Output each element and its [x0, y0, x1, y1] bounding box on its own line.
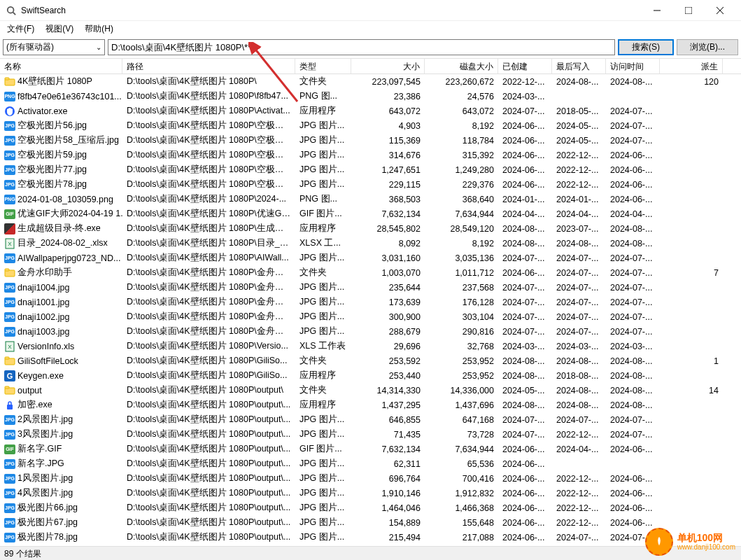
- col-path[interactable]: 路径: [122, 59, 295, 74]
- col-type[interactable]: 类型: [295, 59, 351, 74]
- table-row[interactable]: XVersionInfo.xlsD:\tools\桌面\4K壁纸图片 1080P…: [0, 339, 741, 354]
- table-row[interactable]: GiliSoftFileLockD:\tools\桌面\4K壁纸图片 1080P…: [0, 354, 741, 368]
- file-size: 23,386: [351, 92, 425, 102]
- file-created: 2024-07-...: [498, 298, 552, 307]
- path-input[interactable]: [108, 39, 615, 55]
- table-row[interactable]: GKeygen.exeD:\tools\桌面\4K壁纸图片 1080P\Gili…: [0, 368, 741, 383]
- file-disksize: 73,728: [425, 430, 498, 440]
- file-accessed: 2024-08-...: [606, 400, 660, 410]
- file-type: 文件夹: [295, 76, 351, 88]
- file-path: D:\tools\桌面\4K壁纸图片 1080P\output\...: [122, 517, 295, 528]
- list-body[interactable]: 4K壁纸图片 1080PD:\tools\桌面\4K壁纸图片 1080P\文件夹…: [0, 74, 741, 546]
- maximize-button[interactable]: [672, 0, 704, 21]
- table-row[interactable]: JPGdnaji1002.jpgD:\tools\桌面\4K壁纸图片 1080P…: [0, 309, 741, 324]
- file-disksize: 217,088: [425, 533, 498, 542]
- file-type: JPG 图片...: [295, 428, 351, 440]
- col-created[interactable]: 已创建: [498, 59, 552, 74]
- file-accessed: 2024-07-...: [606, 430, 660, 440]
- table-row[interactable]: JPG1风景图片.jpgD:\tools\桌面\4K壁纸图片 1080P\out…: [0, 471, 741, 486]
- table-row[interactable]: 4K壁纸图片 1080PD:\tools\桌面\4K壁纸图片 1080P\文件夹…: [0, 74, 741, 89]
- file-icon: X: [4, 341, 15, 352]
- file-size: 1,437,295: [351, 400, 425, 410]
- table-row[interactable]: outputD:\tools\桌面\4K壁纸图片 1080P\output\文件…: [0, 383, 741, 398]
- col-disksize[interactable]: 磁盘大小: [425, 59, 498, 74]
- drive-select[interactable]: (所有驱动器) ⌄: [3, 39, 105, 55]
- menu-view[interactable]: 视图(V): [40, 22, 79, 36]
- file-name: 金舟水印助手: [17, 267, 72, 279]
- table-row[interactable]: GIF优速GIF大师2024-04-19 1...D:\tools\桌面\4K壁…: [0, 206, 741, 221]
- table-row[interactable]: PNG2024-01-08_103059.pngD:\tools\桌面\4K壁纸…: [0, 192, 741, 206]
- table-row[interactable]: Activator.exeD:\tools\桌面\4K壁纸图片 1080P\Ac…: [0, 104, 741, 118]
- table-row[interactable]: JPGAIWallpaperjpg0723_ND...D:\tools\桌面\4…: [0, 251, 741, 265]
- table-row[interactable]: JPG极光图片66.jpgD:\tools\桌面\4K壁纸图片 1080P\ou…: [0, 500, 741, 515]
- file-size: 314,676: [351, 150, 425, 160]
- table-row[interactable]: JPG空极光图片78.jpgD:\tools\桌面\4K壁纸图片 1080P\空…: [0, 177, 741, 192]
- file-accessed: 2024-08-...: [606, 239, 660, 248]
- file-path: D:\tools\桌面\4K壁纸图片 1080P\优速GI...: [122, 208, 295, 220]
- file-written: 2024-07-...: [552, 415, 606, 425]
- table-row[interactable]: JPG空极光图片59.jpgD:\tools\桌面\4K壁纸图片 1080P\空…: [0, 148, 741, 162]
- minimize-button[interactable]: [641, 0, 672, 21]
- file-name: f8fb47e0e61e36743c101...: [17, 92, 122, 102]
- menu-help[interactable]: 帮助(H): [79, 22, 119, 36]
- file-accessed: 2024-06-...: [606, 180, 660, 190]
- file-size: 14,314,330: [351, 386, 425, 396]
- file-type: JPG 图片...: [295, 134, 351, 146]
- table-row[interactable]: JPG极光图片67.jpgD:\tools\桌面\4K壁纸图片 1080P\ou…: [0, 515, 741, 530]
- file-name: output: [17, 386, 42, 396]
- file-size: 253,440: [351, 371, 425, 381]
- table-row[interactable]: PNGf8fb47e0e61e36743c101...D:\tools\桌面\4…: [0, 89, 741, 104]
- file-type: JPG 图片...: [295, 281, 351, 293]
- svg-rect-3: [685, 7, 692, 14]
- table-row[interactable]: JPGdnaji1003.jpgD:\tools\桌面\4K壁纸图片 1080P…: [0, 324, 741, 339]
- file-name: Activator.exe: [17, 106, 68, 116]
- file-accessed: 2024-07-...: [606, 268, 660, 278]
- close-button[interactable]: [704, 0, 735, 21]
- window-title: SwiftSearch: [21, 6, 641, 15]
- table-row[interactable]: GIF新名字.GIFD:\tools\桌面\4K壁纸图片 1080P\outpu…: [0, 442, 741, 456]
- table-row[interactable]: JPG空极光图片58_压缩后.jpgD:\tools\桌面\4K壁纸图片 108…: [0, 133, 741, 148]
- browse-button[interactable]: 浏览(B)...: [677, 39, 738, 55]
- file-type: 文件夹: [295, 384, 351, 396]
- table-row[interactable]: 生成超级目录-终.exeD:\tools\桌面\4K壁纸图片 1080P\生成超…: [0, 221, 741, 236]
- file-name: GiliSoftFileLock: [17, 356, 78, 366]
- table-row[interactable]: JPG2风景图片.jpgD:\tools\桌面\4K壁纸图片 1080P\out…: [0, 412, 741, 427]
- search-button[interactable]: 搜索(S): [618, 39, 674, 55]
- file-disksize: 155,648: [425, 518, 498, 528]
- file-name: 3风景图片.jpg: [17, 428, 73, 440]
- table-row[interactable]: 金舟水印助手D:\tools\桌面\4K壁纸图片 1080P\金舟水...文件夹…: [0, 265, 741, 280]
- file-icon: PNG: [4, 194, 15, 205]
- col-written[interactable]: 最后写入: [552, 59, 606, 74]
- col-name[interactable]: 名称: [0, 59, 122, 74]
- file-disksize: 65,536: [425, 459, 498, 469]
- table-row[interactable]: JPG4风景图片.jpgD:\tools\桌面\4K壁纸图片 1080P\out…: [0, 486, 741, 500]
- table-row[interactable]: JPGdnaji1001.jpgD:\tools\桌面\4K壁纸图片 1080P…: [0, 295, 741, 309]
- table-row[interactable]: JPG极光图片78.jpgD:\tools\桌面\4K壁纸图片 1080P\ou…: [0, 530, 741, 545]
- table-row[interactable]: JPGdnaji1004.jpgD:\tools\桌面\4K壁纸图片 1080P…: [0, 280, 741, 295]
- col-accessed[interactable]: 访问时间: [606, 59, 660, 74]
- file-created: 2024-04-...: [498, 209, 552, 219]
- file-accessed: 2024-07-...: [606, 415, 660, 425]
- col-derived[interactable]: 派生: [660, 59, 723, 74]
- file-accessed: 2024-06-...: [606, 474, 660, 484]
- table-row[interactable]: 加密.exeD:\tools\桌面\4K壁纸图片 1080P\output\..…: [0, 398, 741, 412]
- file-size: 71,435: [351, 430, 425, 440]
- file-path: D:\tools\桌面\4K壁纸图片 1080P\空极光...: [122, 178, 295, 190]
- app-icon: [6, 5, 17, 16]
- menu-file[interactable]: 文件(F): [1, 22, 40, 36]
- file-name: 2风景图片.jpg: [17, 414, 73, 426]
- file-icon: JPG: [4, 488, 15, 499]
- file-disksize: 32,768: [425, 342, 498, 351]
- file-created: 2024-06-...: [498, 533, 552, 542]
- table-row[interactable]: JPG新名字.JPGD:\tools\桌面\4K壁纸图片 1080P\outpu…: [0, 456, 741, 471]
- table-row[interactable]: JPG3风景图片.jpgD:\tools\桌面\4K壁纸图片 1080P\out…: [0, 427, 741, 442]
- file-written: 2022-12-...: [552, 430, 606, 440]
- table-row[interactable]: X目录_2024-08-02_.xlsxD:\tools\桌面\4K壁纸图片 1…: [0, 236, 741, 251]
- file-written: 2022-12-...: [552, 518, 606, 528]
- file-path: D:\tools\桌面\4K壁纸图片 1080P\output\...: [122, 399, 295, 411]
- table-row[interactable]: JPG空极光图片77.jpgD:\tools\桌面\4K壁纸图片 1080P\空…: [0, 162, 741, 177]
- file-size: 223,097,545: [351, 77, 425, 87]
- file-derived: 14: [660, 386, 723, 396]
- table-row[interactable]: JPG空极光图片56.jpgD:\tools\桌面\4K壁纸图片 1080P\空…: [0, 118, 741, 133]
- col-size[interactable]: 大小: [351, 59, 425, 74]
